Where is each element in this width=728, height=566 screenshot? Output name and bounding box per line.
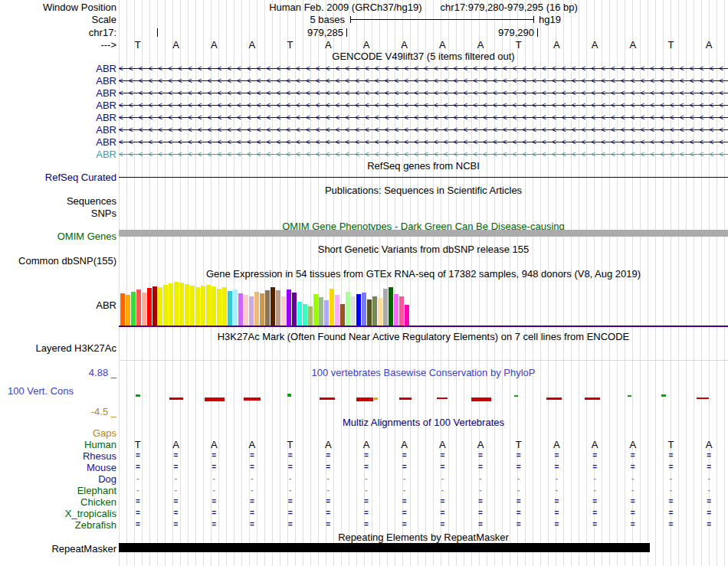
gtex-tissue-bar[interactable] (233, 290, 238, 326)
gencode-item-label[interactable]: ABR (0, 87, 116, 99)
gtex-tissue-bar[interactable] (152, 286, 157, 326)
gtex-tissue-bar[interactable] (238, 293, 243, 326)
species-label[interactable]: Elephant (0, 485, 116, 496)
gtex-tissue-bar[interactable] (281, 296, 286, 326)
transcript-item[interactable]: <<<<<<<<<<<<<<<<<<<<<<<<<<<<<<<<<<<<<<<<… (119, 148, 728, 160)
gtex-tissue-bar[interactable] (174, 282, 179, 326)
gtex-tissue-bar[interactable] (287, 290, 291, 326)
gtex-tissue-bar[interactable] (201, 286, 205, 326)
gtex-tissue-bar[interactable] (131, 292, 136, 326)
gencode-item-label[interactable]: ABR (0, 149, 116, 160)
gtex-tissue-bar[interactable] (126, 295, 130, 326)
omim-genes-item[interactable] (119, 230, 728, 237)
dbsnp-track-label[interactable]: Common dbSNP(155) (0, 255, 116, 267)
gtex-tissue-bar[interactable] (142, 293, 146, 326)
gtex-tissue-bar[interactable] (276, 290, 280, 326)
gtex-tissue-bar[interactable] (346, 292, 350, 326)
species-label[interactable]: Human (0, 439, 116, 450)
gtex-tissue-bar[interactable] (254, 292, 259, 326)
gtex-tissue-bar[interactable] (297, 302, 302, 326)
gtex-tissue-bar[interactable] (292, 293, 297, 326)
transcript-item[interactable]: <<<<<<<<<<<<<<<<<<<<<<<<<<<<<<<<<<<<<<<<… (119, 87, 728, 99)
gtex-tissue-bar[interactable] (185, 284, 189, 326)
gtex-tissue-bar[interactable] (169, 283, 173, 326)
species-label[interactable]: Chicken (0, 496, 116, 508)
gtex-tissue-bar[interactable] (212, 286, 216, 326)
refseq-curated-item[interactable] (119, 177, 728, 178)
gtex-tissue-bar[interactable] (195, 287, 200, 326)
gtex-tissue-bar[interactable] (271, 287, 275, 326)
base-letter: A (461, 39, 500, 51)
gtex-tissue-bar[interactable] (367, 299, 372, 326)
gencode-item-label[interactable]: ABR (0, 136, 116, 148)
transcript-item[interactable]: <<<<<<<<<<<<<<<<<<<<<<<<<<<<<<<<<<<<<<<<… (119, 111, 728, 123)
gtex-tissue-bar[interactable] (190, 286, 195, 326)
gtex-tissue-bar[interactable] (324, 300, 329, 326)
gtex-tissue-bar[interactable] (120, 293, 125, 326)
gtex-tissue-bar[interactable] (356, 294, 361, 326)
transcript-item[interactable]: <<<<<<<<<<<<<<<<<<<<<<<<<<<<<<<<<<<<<<<<… (119, 62, 728, 74)
gtex-gene-label[interactable]: ABR (0, 299, 116, 311)
alignment-mark: = (614, 462, 652, 473)
gtex-tissue-bar[interactable] (265, 290, 270, 326)
conservation-mark (169, 398, 183, 400)
gtex-tissue-bar[interactable] (319, 297, 323, 326)
refseq-curated-label[interactable]: RefSeq Curated (0, 172, 116, 183)
transcript-item[interactable]: <<<<<<<<<<<<<<<<<<<<<<<<<<<<<<<<<<<<<<<<… (119, 74, 728, 87)
transcript-item[interactable]: <<<<<<<<<<<<<<<<<<<<<<<<<<<<<<<<<<<<<<<<… (119, 136, 728, 148)
gtex-tissue-bar[interactable] (217, 289, 221, 326)
gtex-tissue-bar[interactable] (222, 287, 227, 326)
gtex-tissue-bar[interactable] (206, 285, 211, 326)
gtex-tissue-bar[interactable] (405, 305, 409, 326)
gtex-tissue-bar[interactable] (313, 294, 318, 326)
publications-snps-label[interactable]: SNPs (0, 208, 116, 219)
gtex-tissue-bar[interactable] (136, 290, 141, 326)
species-label[interactable]: Gaps (0, 427, 116, 439)
species-label[interactable]: Zebrafish (0, 519, 116, 531)
gencode-item-label[interactable]: ABR (0, 100, 116, 111)
gtex-tissue-bar[interactable] (362, 293, 366, 326)
gtex-tissue-bar[interactable] (378, 298, 382, 326)
gtex-expression-bars[interactable] (120, 280, 409, 326)
gtex-tissue-bar[interactable] (249, 296, 254, 326)
gtex-tissue-bar[interactable] (372, 296, 377, 326)
alignment-mark: - (119, 473, 157, 485)
gtex-tissue-bar[interactable] (260, 293, 264, 326)
species-label[interactable]: Mouse (0, 462, 116, 473)
publications-sequences-label[interactable]: Sequences (0, 195, 116, 207)
omim-genes-label[interactable]: OMIM Genes (0, 231, 116, 242)
gencode-transcript-row: ABR<<<<<<<<<<<<<<<<<<<<<<<<<<<<<<<<<<<<<… (0, 62, 728, 74)
gencode-item-label[interactable]: ABR (0, 75, 116, 87)
h3k27ac-track-title: H3K27Ac Mark (Often Found Near Active Re… (119, 331, 728, 342)
transcript-item[interactable]: <<<<<<<<<<<<<<<<<<<<<<<<<<<<<<<<<<<<<<<<… (119, 123, 728, 136)
gtex-tissue-bar[interactable] (303, 304, 307, 326)
gencode-item-label[interactable]: ABR (0, 124, 116, 136)
gtex-tissue-bar[interactable] (389, 287, 393, 326)
species-label[interactable]: X_tropicalis (0, 508, 116, 519)
gencode-item-label[interactable]: ABR (0, 112, 116, 123)
repeatmasker-item[interactable] (119, 543, 650, 552)
gtex-tissue-bar[interactable] (399, 296, 404, 326)
alignment-mark: A (614, 439, 652, 450)
gtex-tissue-bar[interactable] (163, 285, 168, 326)
transcript-item[interactable]: <<<<<<<<<<<<<<<<<<<<<<<<<<<<<<<<<<<<<<<<… (119, 99, 728, 111)
gtex-tissue-bar[interactable] (335, 295, 339, 326)
repeatmasker-track-label[interactable]: RepeatMasker (0, 543, 116, 555)
gtex-tissue-bar[interactable] (330, 289, 334, 326)
conservation-track-label[interactable]: 100 Vert. Cons (8, 385, 74, 397)
gtex-tissue-bar[interactable] (244, 295, 248, 326)
gtex-tissue-bar[interactable] (340, 304, 345, 326)
species-label[interactable]: Rhesus (0, 450, 116, 462)
gtex-tissue-bar[interactable] (158, 287, 162, 326)
gtex-tissue-bar[interactable] (179, 283, 184, 326)
gtex-tissue-bar[interactable] (351, 296, 356, 326)
gtex-tissue-bar[interactable] (383, 289, 388, 326)
gtex-tissue-bar[interactable] (147, 288, 152, 326)
gtex-tissue-bar[interactable] (308, 306, 313, 326)
h3k27ac-track-label[interactable]: Layered H3K27Ac (0, 342, 116, 354)
gtex-tissue-bar[interactable] (394, 294, 398, 326)
species-label[interactable]: Dog (0, 473, 116, 485)
gencode-item-label[interactable]: ABR (0, 63, 116, 74)
position-ruler[interactable]: 979,285979,290 (119, 27, 728, 38)
gtex-tissue-bar[interactable] (228, 291, 232, 326)
